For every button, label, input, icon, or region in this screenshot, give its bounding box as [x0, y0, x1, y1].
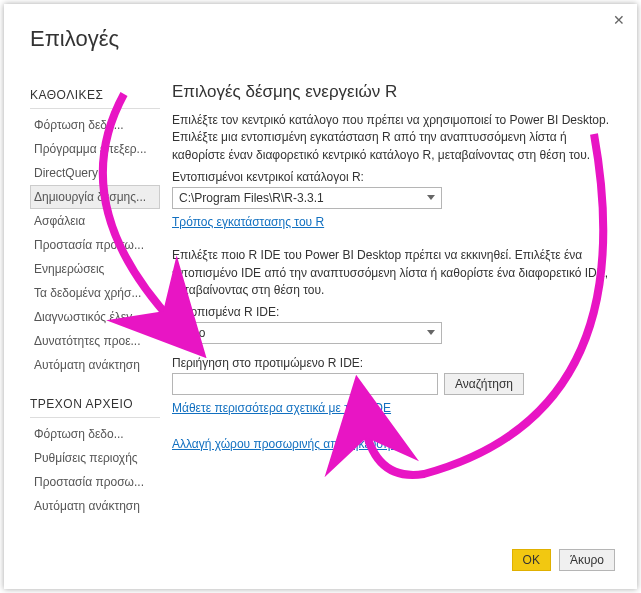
nav-autorecover[interactable]: Αυτόματη ανάκτηση — [30, 353, 160, 377]
chevron-down-icon — [427, 195, 435, 200]
browse-button[interactable]: Αναζήτηση — [444, 373, 524, 395]
chevron-down-icon — [427, 330, 435, 335]
category-current-file: ΤΡΕΧΟΝ ΑΡΧΕΙΟ — [30, 391, 160, 418]
nav-file-regional[interactable]: Ρυθμίσεις περιοχής — [30, 446, 160, 470]
nav-file-privacy[interactable]: Προστασία προσω... — [30, 470, 160, 494]
nav-privacy[interactable]: Προστασία προσω... — [30, 233, 160, 257]
cancel-button[interactable]: Άκυρο — [559, 549, 615, 571]
browse-path-input[interactable] — [172, 373, 438, 395]
nav-usage-data[interactable]: Τα δεδομένα χρήσ... — [30, 281, 160, 305]
nav-diagnostics[interactable]: Διαγνωστικός έλεγ... — [30, 305, 160, 329]
panel-heading: Επιλογές δέσμης ενεργειών R — [172, 82, 615, 102]
r-ide-select[interactable]: Άλλο — [172, 322, 442, 344]
nav-editor[interactable]: Πρόγραμμα επεξερ... — [30, 137, 160, 161]
nav-directquery[interactable]: DirectQuery — [30, 161, 160, 185]
dialog-title: Επιλογές — [30, 26, 119, 52]
browse-label: Περιήγηση στο προτιμώμενο R IDE: — [172, 356, 615, 370]
intro-text-2: Επιλέξτε ποιο R IDE του Power BI Desktop… — [172, 247, 615, 299]
nav-r-scripting[interactable]: Δημιουργία δέσμης... — [30, 185, 160, 209]
install-r-link[interactable]: Τρόπος εγκατάστασης του R — [172, 215, 324, 229]
intro-text-1: Επιλέξτε τον κεντρικό κατάλογο που πρέπε… — [172, 112, 615, 164]
r-home-select[interactable]: C:\Program Files\R\R-3.3.1 — [172, 187, 442, 209]
nav-file-autorecover[interactable]: Αυτόματη ανάκτηση — [30, 494, 160, 518]
nav-preview[interactable]: Δυνατότητες προε... — [30, 329, 160, 353]
nav-data-load[interactable]: Φόρτωση δεδο... — [30, 113, 160, 137]
ok-button[interactable]: OK — [512, 549, 551, 571]
change-temp-storage-link[interactable]: Αλλαγή χώρου προσωρινής αποθήκευσης — [172, 437, 396, 451]
r-ide-label: Εντοπισμένα R IDE: — [172, 305, 615, 319]
dialog-footer: OK Άκυρο — [512, 549, 615, 571]
nav-security[interactable]: Ασφάλεια — [30, 209, 160, 233]
nav-file-data-load[interactable]: Φόρτωση δεδο... — [30, 422, 160, 446]
main-panel: Επιλογές δέσμης ενεργειών R Επιλέξτε τον… — [172, 82, 615, 529]
sidebar: ΚΑΘΟΛΙΚΕΣ Φόρτωση δεδο... Πρόγραμμα επεξ… — [30, 82, 160, 518]
r-home-label: Εντοπισμένοι κεντρικοί κατάλογοι R: — [172, 170, 615, 184]
close-icon[interactable]: ✕ — [613, 12, 625, 28]
category-global: ΚΑΘΟΛΙΚΕΣ — [30, 82, 160, 109]
nav-updates[interactable]: Ενημερώσεις — [30, 257, 160, 281]
r-ide-value: Άλλο — [179, 326, 206, 340]
r-home-value: C:\Program Files\R\R-3.3.1 — [179, 191, 324, 205]
learn-ide-link[interactable]: Μάθετε περισσότερα σχετικά με τα R IDE — [172, 401, 391, 415]
